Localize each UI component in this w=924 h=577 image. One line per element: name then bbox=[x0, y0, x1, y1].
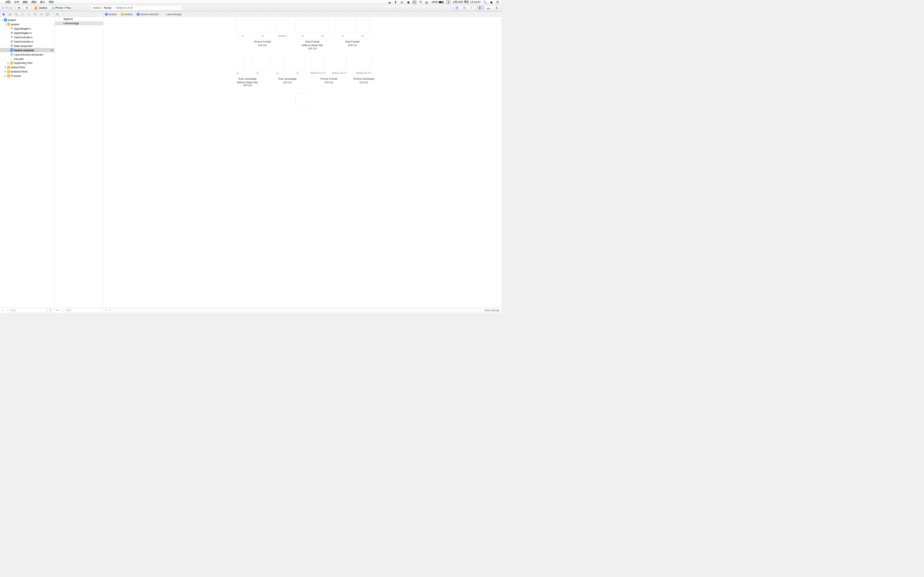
sogou-icon[interactable]: S bbox=[447, 0, 451, 4]
source-control-navigator-icon[interactable] bbox=[8, 12, 12, 16]
breadcrumb-item[interactable]: Assets.xcassets bbox=[137, 13, 158, 16]
toggle-utilities-button[interactable] bbox=[492, 5, 499, 10]
breakpoint-navigator-icon[interactable]: ➤ bbox=[40, 12, 43, 16]
clock[interactable]: 6月23日 周五 14:10:57 bbox=[453, 0, 481, 4]
image-slot[interactable]: Retina HD 4.7" bbox=[332, 56, 347, 75]
image-slot[interactable]: Retina 4 bbox=[275, 19, 289, 37]
toggle-navigator-button[interactable] bbox=[477, 5, 485, 10]
file-tree-row[interactable]: Info.plist bbox=[0, 56, 55, 61]
asset-row[interactable]: LaunchImage bbox=[55, 21, 103, 25]
file-tree-row[interactable]: h AppDelegate.h bbox=[0, 26, 55, 31]
safari-icon[interactable]: ◉ bbox=[406, 0, 410, 4]
image-well[interactable] bbox=[295, 93, 309, 108]
image-well[interactable] bbox=[315, 19, 330, 33]
image-slot[interactable]: Retina HD 5.5" bbox=[356, 56, 372, 75]
file-tree-row[interactable]: ▶ asdasdUITests bbox=[0, 69, 55, 74]
image-well[interactable] bbox=[255, 19, 270, 33]
assistant-editor-button[interactable] bbox=[460, 5, 468, 10]
image-slot[interactable] bbox=[295, 93, 309, 109]
image-well[interactable] bbox=[275, 19, 289, 33]
minimize-window-button[interactable] bbox=[6, 6, 8, 9]
menu-app[interactable]: 抓图 bbox=[5, 0, 10, 4]
run-button[interactable] bbox=[16, 5, 23, 10]
wechat-icon[interactable]: ☁︎ bbox=[388, 0, 391, 4]
image-slot[interactable]: 1x bbox=[270, 56, 284, 75]
wifi-icon[interactable] bbox=[419, 0, 423, 4]
file-tree-row[interactable]: Assets.xcassets M bbox=[0, 48, 55, 52]
file-tree-row[interactable]: ▶ asdasdTests bbox=[0, 65, 55, 69]
image-slot[interactable]: 2x bbox=[250, 56, 265, 75]
image-slot[interactable]: 2x bbox=[291, 56, 305, 75]
image-well[interactable] bbox=[311, 56, 325, 70]
zoom-in-button[interactable]: + bbox=[109, 309, 111, 312]
outline-filter-field[interactable]: ⌕ Filter bbox=[61, 309, 102, 313]
disclosure-icon[interactable]: ▶ bbox=[4, 71, 6, 73]
mic-icon[interactable]: 🎙 bbox=[394, 0, 397, 4]
image-well[interactable] bbox=[230, 56, 244, 70]
battery-status[interactable]: 100% ⚡ bbox=[432, 1, 444, 3]
add-button[interactable]: + bbox=[1, 309, 5, 312]
remove-asset-button[interactable]: − bbox=[59, 309, 60, 312]
issue-navigator-icon[interactable]: ⚠ bbox=[21, 12, 24, 16]
menu-capture[interactable]: 捕捉 bbox=[31, 0, 36, 4]
image-well[interactable] bbox=[295, 19, 309, 33]
version-editor-button[interactable] bbox=[468, 5, 476, 10]
scheme-selector[interactable]: asdasd 〉 ▮ iPhone 7 Plus bbox=[32, 5, 73, 10]
forward-icon[interactable]: 〉 bbox=[67, 12, 70, 16]
test-navigator-icon[interactable]: ◇ bbox=[27, 12, 31, 16]
disclosure-icon[interactable]: ▶ bbox=[4, 75, 6, 77]
image-well[interactable] bbox=[270, 56, 284, 70]
project-navigator-icon[interactable] bbox=[2, 12, 5, 16]
file-tree-row[interactable]: h ViewController.h bbox=[0, 35, 55, 39]
image-slot[interactable]: Retina HD 5.5" bbox=[310, 56, 326, 75]
debug-navigator-icon[interactable]: ☷ bbox=[33, 12, 37, 16]
disclosure-icon[interactable]: ▶ bbox=[4, 66, 6, 68]
search-status-icon[interactable]: ◎ bbox=[400, 0, 404, 4]
asset-row[interactable]: AppIcon bbox=[55, 17, 103, 21]
siri-icon[interactable]: ◉ bbox=[490, 0, 493, 4]
image-well[interactable] bbox=[335, 19, 349, 33]
find-navigator-icon[interactable]: 🔍 bbox=[15, 12, 18, 16]
image-slot[interactable]: 1x bbox=[230, 56, 244, 75]
disclosure-icon[interactable]: ▼ bbox=[1, 19, 3, 21]
scm-filter-icon[interactable]: ⊠ bbox=[50, 309, 52, 312]
show-slicing-button[interactable]: Show Slicing bbox=[485, 309, 499, 312]
image-slot[interactable]: 1x bbox=[235, 19, 249, 37]
volume-icon[interactable]: 🔈 bbox=[425, 0, 429, 4]
file-tree-row[interactable]: ▼ asdasd bbox=[0, 18, 55, 22]
stop-button[interactable] bbox=[23, 5, 31, 10]
breadcrumb-item[interactable]: LaunchImage bbox=[162, 13, 181, 16]
menu-file[interactable]: 文件 bbox=[14, 0, 19, 4]
image-well[interactable] bbox=[333, 56, 347, 70]
file-tree-row[interactable]: m AppDelegate.m bbox=[0, 31, 55, 35]
image-slot[interactable]: 1x bbox=[295, 19, 309, 37]
menu-help[interactable]: 帮助 bbox=[49, 0, 54, 4]
menu-edit[interactable]: 编辑 bbox=[23, 0, 28, 4]
zoom-out-button[interactable]: − bbox=[106, 309, 107, 312]
recent-icon[interactable]: ◷ bbox=[46, 309, 48, 312]
menu-window[interactable]: 窗口 bbox=[40, 0, 45, 4]
breadcrumb-item[interactable]: asdasd bbox=[105, 13, 117, 16]
file-tree-row[interactable]: ▶ Supporting Files bbox=[0, 61, 55, 65]
image-slot[interactable]: 1x bbox=[335, 19, 349, 37]
image-well[interactable] bbox=[250, 56, 265, 70]
image-slot[interactable]: 2x bbox=[255, 19, 270, 37]
report-navigator-icon[interactable]: 💬 bbox=[46, 12, 50, 16]
image-well[interactable] bbox=[357, 56, 371, 70]
standard-editor-button[interactable] bbox=[453, 5, 461, 10]
file-tree-row[interactable]: ◧ LaunchScreen.storyboard bbox=[0, 52, 55, 56]
image-slot[interactable]: 2x bbox=[355, 19, 369, 37]
file-tree-row[interactable]: ▼ asdasd bbox=[0, 22, 55, 26]
input-source-icon[interactable]: EN bbox=[413, 0, 417, 4]
image-well[interactable] bbox=[291, 56, 305, 70]
close-window-button[interactable] bbox=[2, 6, 4, 9]
breadcrumb-item[interactable]: asdasd bbox=[121, 13, 133, 16]
toggle-debug-button[interactable] bbox=[485, 5, 492, 10]
navigator-filter-field[interactable]: ⌕ Filter ◷ ⊠ bbox=[6, 309, 53, 313]
image-well[interactable] bbox=[355, 19, 369, 33]
disclosure-icon[interactable]: ▼ bbox=[4, 23, 6, 25]
grid-view-icon[interactable]: ⊞ bbox=[56, 13, 60, 16]
zoom-window-button[interactable] bbox=[10, 6, 12, 9]
file-tree-row[interactable]: ◧ Main.storyboard bbox=[0, 44, 55, 48]
image-well[interactable] bbox=[235, 19, 249, 33]
